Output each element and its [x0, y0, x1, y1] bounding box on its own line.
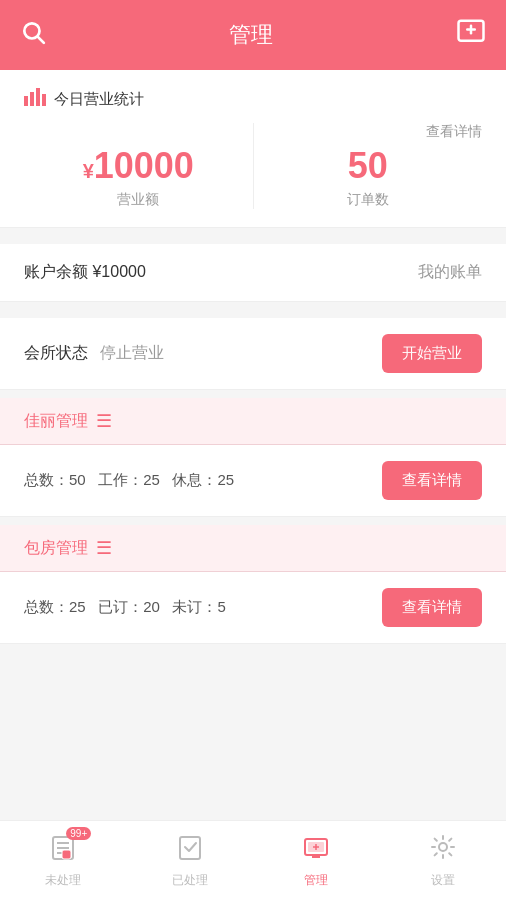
- currency-symbol: ¥: [83, 160, 94, 182]
- svg-rect-13: [62, 850, 71, 859]
- nav-label-unprocessed: 未处理: [45, 872, 81, 889]
- gap-3: [0, 390, 506, 398]
- svg-line-1: [38, 37, 44, 43]
- nav-item-settings[interactable]: 设置: [380, 833, 507, 889]
- nav-item-processed[interactable]: 已处理: [127, 833, 254, 889]
- account-balance: 账户余额 ¥10000: [24, 262, 146, 283]
- gap-4: [0, 517, 506, 525]
- order-count: 50: [254, 145, 483, 187]
- account-bill-link[interactable]: 我的账单: [418, 262, 482, 283]
- list-icon-room: ☰: [96, 537, 112, 559]
- processed-icon: [176, 833, 204, 868]
- beauty-data-row: 总数：50 工作：25 休息：25 查看详情: [0, 445, 506, 517]
- nav-label-settings: 设置: [431, 872, 455, 889]
- status-value: 停止营业: [100, 344, 164, 361]
- header: 管理: [0, 0, 506, 70]
- room-management-title: 包房管理: [24, 538, 88, 559]
- nav-label-processed: 已处理: [172, 872, 208, 889]
- svg-rect-7: [36, 88, 40, 106]
- beauty-detail-button[interactable]: 查看详情: [382, 461, 482, 500]
- unprocessed-badge: 99+: [66, 827, 91, 840]
- room-data-row: 总数：25 已订：20 未订：5 查看详情: [0, 572, 506, 644]
- gap-2: [0, 302, 506, 310]
- nav-item-management[interactable]: 管理: [253, 833, 380, 889]
- beauty-management-header: 佳丽管理 ☰: [0, 398, 506, 445]
- unprocessed-icon: 99+: [49, 833, 77, 868]
- nav-item-unprocessed[interactable]: 99+ 未处理: [0, 833, 127, 889]
- status-info: 会所状态 停止营业: [24, 343, 164, 364]
- account-row: 账户余额 ¥10000 我的账单: [0, 244, 506, 302]
- management-icon: [302, 833, 330, 868]
- add-message-icon[interactable]: [456, 17, 486, 53]
- beauty-management-title: 佳丽管理: [24, 411, 88, 432]
- chart-icon: [24, 88, 46, 111]
- club-status-row: 会所状态 停止营业 开始营业: [0, 318, 506, 390]
- svg-rect-6: [30, 92, 34, 106]
- room-detail-button[interactable]: 查看详情: [382, 588, 482, 627]
- svg-rect-5: [24, 96, 28, 106]
- status-label: 会所状态: [24, 344, 88, 361]
- bottom-navigation: 99+ 未处理 已处理 管理: [0, 820, 506, 900]
- revenue-value: 10000: [94, 145, 194, 186]
- revenue-amount: ¥10000: [24, 144, 253, 187]
- nav-label-management: 管理: [304, 872, 328, 889]
- room-stats: 总数：25 已订：20 未订：5: [24, 598, 226, 617]
- svg-rect-8: [42, 94, 46, 106]
- list-icon-beauty: ☰: [96, 410, 112, 432]
- settings-icon: [429, 833, 457, 868]
- search-icon[interactable]: [20, 19, 46, 51]
- start-business-button[interactable]: 开始营业: [382, 334, 482, 373]
- stats-section-label: 今日营业统计: [54, 90, 144, 109]
- beauty-stats: 总数：50 工作：25 休息：25: [24, 471, 234, 490]
- revenue-section: ¥10000 营业额: [24, 144, 253, 209]
- view-detail-label: 查看详情: [254, 123, 483, 141]
- svg-point-21: [439, 843, 447, 851]
- stats-card: 今日营业统计 ¥10000 营业额 查看详情 50 订单数: [0, 70, 506, 228]
- page-title: 管理: [229, 20, 273, 50]
- order-section: 查看详情 50 订单数: [253, 123, 483, 209]
- room-management-header: 包房管理 ☰: [0, 525, 506, 572]
- order-label: 订单数: [254, 191, 483, 209]
- gap-1: [0, 228, 506, 236]
- revenue-label: 营业额: [24, 191, 253, 209]
- svg-rect-14: [180, 837, 200, 859]
